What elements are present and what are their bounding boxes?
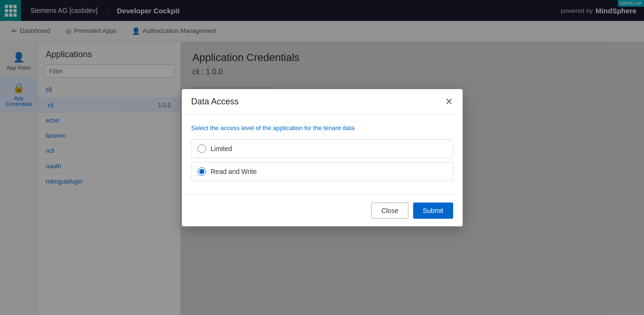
modal-footer: Close Submit (182, 194, 463, 226)
radio-read-write[interactable] (198, 167, 206, 176)
close-button[interactable]: Close (371, 203, 408, 219)
modal-header: Data Access ✕ (182, 89, 463, 115)
radio-limited[interactable] (198, 144, 206, 153)
modal-close-button[interactable]: ✕ (445, 97, 453, 106)
modal-overlay: Data Access ✕ Select the access level of… (0, 0, 644, 315)
modal-body: Select the access level of the applicati… (182, 115, 463, 194)
radio-option-read-write[interactable]: Read and Write (191, 162, 453, 181)
radio-option-limited[interactable]: Limited (191, 139, 453, 158)
modal-title: Data Access (191, 97, 239, 107)
radio-limited-label: Limited (211, 145, 232, 152)
modal-description: Select the access level of the applicati… (191, 124, 453, 132)
submit-button[interactable]: Submit (413, 203, 453, 219)
data-access-modal: Data Access ✕ Select the access level of… (182, 89, 463, 226)
radio-read-write-label: Read and Write (211, 168, 257, 175)
